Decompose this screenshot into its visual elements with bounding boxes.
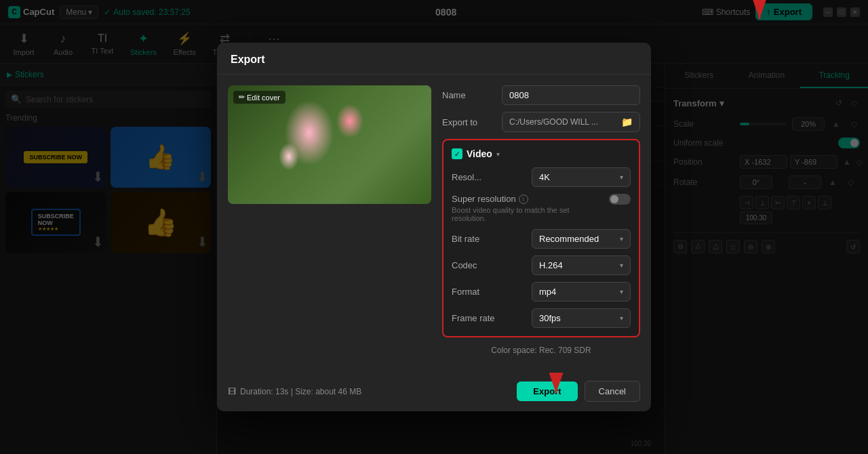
- export-path-value: C:/Users/GOOD WILL ...: [509, 117, 598, 127]
- video-checkbox[interactable]: ✓: [452, 148, 462, 159]
- dialog-footer: 🎞 Duration: 13s | Size: about 46 MB Expo…: [217, 374, 651, 411]
- codec-arrow-icon: ▾: [620, 262, 623, 269]
- resolution-row: Resol... 4K ▾: [452, 167, 631, 187]
- video-section: ✓ Video ▾ Resol... 4K ▾: [442, 139, 640, 337]
- dialog-title: Export: [231, 54, 265, 65]
- edit-cover-button[interactable]: ✏ Edit cover: [233, 91, 285, 104]
- format-label: Format: [452, 287, 526, 297]
- export-dialog-overlay: Export ✏ Edit cover Name: [0, 0, 868, 454]
- bitrate-arrow-icon: ▾: [620, 235, 623, 243]
- edit-cover-label: Edit cover: [247, 94, 280, 102]
- format-arrow-icon: ▾: [620, 288, 623, 295]
- dialog-header: Export: [217, 43, 651, 75]
- codec-label: Codec: [452, 260, 526, 270]
- super-res-label: Super resolution i: [452, 194, 604, 204]
- export-path-field[interactable]: C:/Users/GOOD WILL ... 📁: [502, 112, 640, 132]
- pencil-icon: ✏: [239, 93, 245, 102]
- format-row: Format mp4 ▾: [452, 282, 631, 302]
- video-chevron-icon: ▾: [496, 150, 500, 158]
- dialog-fields: Name Export to C:/Users/GOOD WILL ... 📁 …: [442, 85, 640, 363]
- super-resolution-row: Super resolution i Boost video quality t…: [452, 194, 631, 222]
- preview-image: ✏ Edit cover: [228, 85, 431, 204]
- format-value: mp4: [539, 287, 556, 297]
- codec-dropdown[interactable]: H.264 ▾: [532, 255, 631, 275]
- cancel-button[interactable]: Cancel: [585, 381, 640, 402]
- super-res-toggle[interactable]: [609, 194, 631, 205]
- resolution-value: 4K: [539, 172, 550, 182]
- film-icon: 🎞: [228, 387, 236, 396]
- dialog-actions: Export Cancel: [517, 381, 640, 402]
- video-section-header: ✓ Video ▾: [452, 148, 631, 159]
- export-to-label: Export to: [442, 117, 496, 127]
- export-main-button[interactable]: Export: [517, 381, 577, 401]
- codec-row: Codec H.264 ▾: [452, 255, 631, 275]
- name-input[interactable]: [502, 85, 640, 105]
- resolution-label: Resol...: [452, 172, 526, 182]
- bitrate-dropdown[interactable]: Recommended ▾: [532, 229, 631, 249]
- super-res-label-col: Super resolution i Boost video quality t…: [452, 194, 604, 222]
- framerate-row: Frame rate 30fps ▾: [452, 308, 631, 328]
- export-dialog: Export ✏ Edit cover Name: [217, 43, 651, 411]
- export-to-row: Export to C:/Users/GOOD WILL ... 📁: [442, 112, 640, 132]
- framerate-dropdown[interactable]: 30fps ▾: [532, 308, 631, 328]
- video-label: Video: [467, 148, 492, 159]
- bitrate-value: Recommended: [539, 234, 599, 244]
- name-label: Name: [442, 90, 496, 100]
- info-icon: i: [519, 194, 528, 204]
- resolution-dropdown[interactable]: 4K ▾: [532, 167, 631, 187]
- duration-text: Duration: 13s | Size: about 46 MB: [240, 387, 361, 396]
- format-dropdown[interactable]: mp4 ▾: [532, 282, 631, 302]
- name-field-row: Name: [442, 85, 640, 105]
- bitrate-row: Bit rate Recommended ▾: [452, 229, 631, 249]
- framerate-arrow-icon: ▾: [620, 314, 623, 322]
- resolution-arrow-icon: ▾: [620, 173, 623, 181]
- framerate-label: Frame rate: [452, 313, 526, 323]
- dialog-preview: ✏ Edit cover: [228, 85, 431, 363]
- super-res-desc: Boost video quality to match the set res…: [452, 206, 604, 222]
- dialog-body: ✏ Edit cover Name Export to C:/Users/GOO…: [217, 75, 651, 374]
- folder-button[interactable]: 📁: [621, 117, 633, 127]
- duration-info: 🎞 Duration: 13s | Size: about 46 MB: [228, 387, 361, 396]
- framerate-value: 30fps: [539, 313, 561, 323]
- bitrate-label: Bit rate: [452, 234, 526, 244]
- codec-value: H.264: [539, 260, 563, 270]
- color-space: Color space: Rec. 709 SDR: [442, 346, 640, 355]
